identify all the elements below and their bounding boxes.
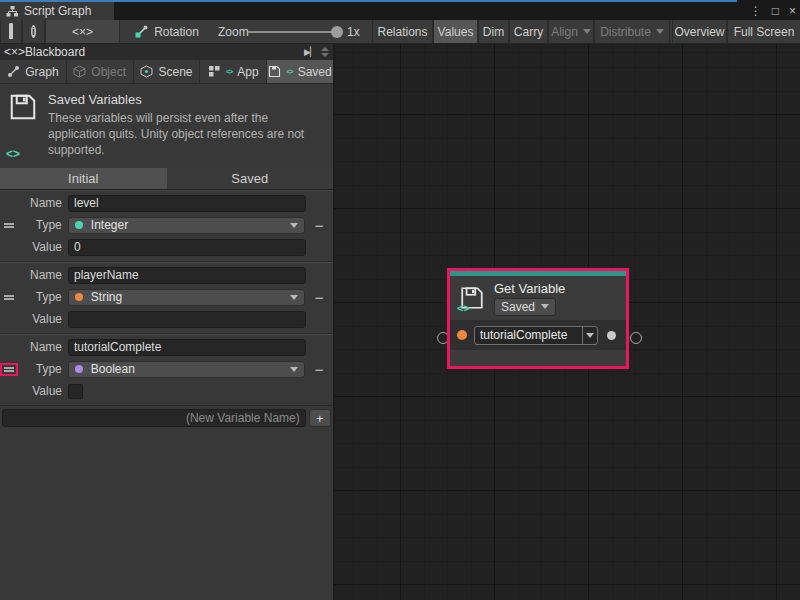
new-variable-row: + (0, 406, 333, 427)
subtab-initial-label: Initial (68, 171, 98, 186)
scene-icon (140, 65, 153, 78)
type-label: Type (18, 290, 62, 304)
graph-hierarchy-icon (6, 5, 19, 18)
node-scope-dropdown[interactable]: Saved (494, 298, 556, 316)
carry-button[interactable]: Carry (509, 20, 548, 43)
node-right-outer-port[interactable] (630, 332, 642, 344)
app-icon (208, 65, 221, 78)
graph-icon (7, 65, 20, 78)
get-variable-node[interactable]: <> Get Variable Saved tutorialComplete (447, 268, 629, 369)
tab-scene[interactable]: Scene (134, 60, 201, 83)
dock-icon[interactable]: ▶▏ (303, 47, 317, 57)
remove-variable-button[interactable]: − (305, 289, 333, 306)
new-variable-input[interactable] (2, 409, 306, 427)
window-menu-icon[interactable]: ⋮ (750, 4, 762, 18)
node-scope-value: Saved (501, 300, 535, 314)
info-icon: i (31, 25, 36, 38)
variable-row: Name Type Boolean − Value (0, 334, 333, 406)
variable-scope-tabs: Graph Object Scene <> App (0, 60, 333, 84)
tab-app[interactable]: <> App (200, 60, 267, 83)
drag-handle-icon-highlighted[interactable] (4, 367, 14, 372)
name-label: Name (18, 268, 62, 282)
variable-value-input[interactable] (68, 311, 306, 328)
rotation-toggle[interactable]: Rotation (124, 20, 210, 43)
drag-handle-icon[interactable] (4, 295, 14, 300)
initial-saved-tabs: Initial Saved (0, 168, 333, 189)
distribute-button[interactable]: Distribute (594, 20, 670, 43)
zoom-slider-handle[interactable] (331, 26, 343, 38)
type-dropdown[interactable]: Boolean (68, 361, 305, 378)
spinner-up-icon[interactable] (321, 47, 329, 51)
tab-object-label: Object (91, 65, 126, 79)
zoom-slider-track[interactable] (248, 31, 340, 33)
tab-app-label: App (237, 65, 258, 79)
object-icon (73, 65, 86, 78)
code-mark-icon: <> (6, 147, 20, 161)
type-color-dot (75, 293, 83, 301)
node-variable-input[interactable]: tutorialComplete (474, 326, 598, 345)
chevron-down-icon (290, 367, 298, 372)
variable-name-input[interactable] (68, 195, 306, 212)
overview-button[interactable]: Overview (672, 20, 727, 43)
align-button[interactable]: Align (548, 20, 594, 43)
add-variable-button[interactable]: + (309, 409, 331, 427)
value-label: Value (18, 384, 62, 398)
tab-graph-label: Graph (25, 65, 58, 79)
node-title: Get Variable (494, 281, 565, 296)
relations-label: Relations (377, 25, 427, 39)
type-dropdown[interactable]: Integer (68, 217, 305, 234)
lock-button[interactable] (0, 20, 22, 43)
node-body: tutorialComplete (450, 320, 626, 350)
variable-value-checkbox[interactable] (68, 384, 83, 399)
tab-object[interactable]: Object (67, 60, 134, 83)
type-color-dot (75, 221, 83, 229)
chevron-down-icon (290, 295, 298, 300)
info-button[interactable]: i (22, 20, 45, 43)
dim-button[interactable]: Dim (478, 20, 509, 43)
variable-name-input[interactable] (68, 267, 306, 284)
drag-handle-icon[interactable] (4, 223, 14, 228)
value-output-port[interactable] (607, 331, 616, 340)
full-screen-button[interactable]: Full Screen (727, 20, 800, 43)
remove-variable-button[interactable]: − (305, 217, 333, 234)
tab-saved[interactable]: <> Saved (267, 60, 333, 83)
values-button[interactable]: Values (433, 20, 478, 43)
values-label: Values (438, 25, 474, 39)
rotation-label: Rotation (154, 25, 199, 39)
relations-button[interactable]: Relations (372, 20, 433, 43)
remove-variable-button[interactable]: − (305, 361, 333, 378)
info-heading: Saved Variables (48, 92, 325, 108)
type-value: String (91, 290, 122, 304)
variable-value-input[interactable] (68, 239, 306, 256)
spinner-down-icon[interactable] (321, 53, 329, 57)
subtab-saved-label: Saved (231, 171, 268, 186)
clear-selection-button[interactable]: <×> (45, 20, 120, 43)
window-maximize-icon[interactable]: □ (772, 4, 779, 18)
chevron-down-icon (583, 29, 591, 34)
scroll-spinner[interactable] (321, 47, 329, 57)
saved-variables-icon: <> (8, 92, 38, 158)
clear-selection-icon: <×> (72, 25, 93, 39)
variable-name-port[interactable] (457, 330, 467, 340)
window-close-icon[interactable]: × (789, 4, 796, 18)
node-footer (450, 350, 626, 366)
carry-label: Carry (514, 25, 543, 39)
graph-canvas[interactable]: <> Get Variable Saved tutorialComplete (334, 44, 800, 600)
type-dropdown[interactable]: String (68, 289, 305, 306)
info-body: These variables will persist even after … (48, 110, 325, 158)
tab-graph[interactable]: Graph (0, 60, 67, 83)
rotation-icon (135, 25, 148, 38)
dim-label: Dim (483, 25, 504, 39)
type-label: Type (18, 362, 62, 376)
variable-row: Name Type String − Value (0, 262, 333, 334)
tab-script-graph[interactable]: Script Graph (0, 2, 114, 20)
variable-name-input[interactable] (68, 339, 306, 356)
lock-icon (9, 25, 13, 39)
subtab-initial[interactable]: Initial (0, 168, 167, 189)
full-screen-label: Full Screen (734, 25, 795, 39)
value-label: Value (18, 312, 62, 326)
variable-picker-button[interactable] (582, 327, 597, 344)
chevron-down-icon (290, 223, 298, 228)
code-mark-icon: <> (226, 68, 232, 75)
subtab-saved[interactable]: Saved (167, 168, 334, 189)
